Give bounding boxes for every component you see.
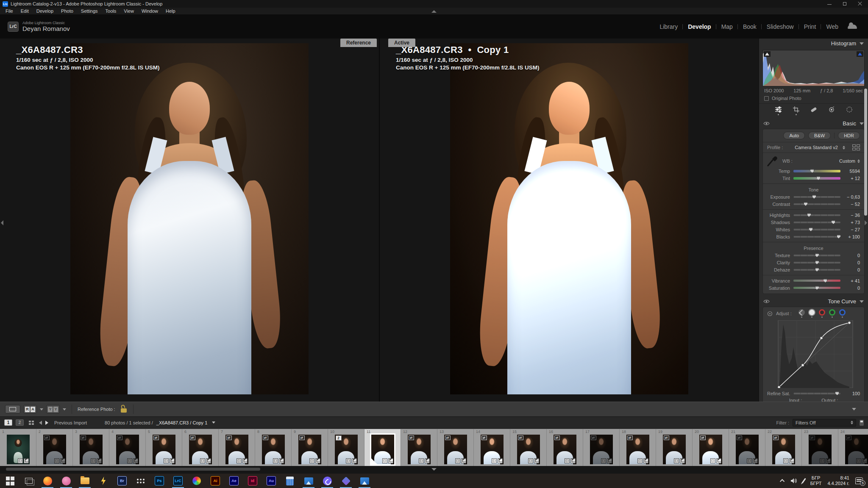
filmstrip-cell[interactable]: 18⇄ <box>620 429 656 466</box>
crop-badge-icon[interactable] <box>346 458 351 463</box>
filmstrip-cell[interactable]: 8⇄ <box>255 429 292 466</box>
slider-value[interactable]: 0 <box>840 253 860 258</box>
toolbar-options-caret-icon[interactable] <box>852 408 856 410</box>
adjustments-badge-icon[interactable] <box>315 458 320 463</box>
hdr-button[interactable]: HDR <box>838 132 860 139</box>
thumbnail-image[interactable]: ⇄ <box>626 435 649 464</box>
filmstrip-cell[interactable]: 23⇄ <box>802 429 838 466</box>
before-after-view-button[interactable]: YY <box>46 405 60 413</box>
module-slideshow[interactable]: Slideshow <box>762 23 799 30</box>
green-channel-button[interactable] <box>829 309 835 318</box>
filmstrip-cell[interactable]: 9⇄ <box>292 429 328 466</box>
menu-item-view[interactable]: View <box>120 8 138 14</box>
wb-spinner-icon[interactable] <box>857 159 860 163</box>
crop-badge-icon[interactable] <box>492 458 497 463</box>
slider-value[interactable]: 0 <box>840 267 860 272</box>
wb-eyedropper-icon[interactable] <box>767 155 778 166</box>
menu-item-tools[interactable]: Tools <box>102 8 120 14</box>
active-tab[interactable]: Active <box>388 39 415 47</box>
adjustments-badge-icon[interactable] <box>716 458 721 463</box>
adjustments-badge-icon[interactable] <box>826 458 831 463</box>
wb-value[interactable]: Custom <box>839 158 855 164</box>
module-book[interactable]: Book <box>738 23 762 30</box>
tray-chevron-up-icon[interactable] <box>780 479 785 484</box>
slider-value[interactable]: + 73 <box>840 220 860 225</box>
go-forward-icon[interactable] <box>45 421 48 425</box>
slider-thumb[interactable] <box>815 253 819 257</box>
thumbnail-image[interactable] <box>371 435 394 464</box>
slider-track[interactable] <box>793 203 840 205</box>
slider-thumb[interactable] <box>831 220 835 224</box>
stack-count-badge[interactable]: 2 <box>336 435 342 441</box>
parametric-curve-button[interactable] <box>798 309 805 318</box>
go-back-icon[interactable] <box>39 421 42 425</box>
maximize-icon[interactable] <box>843 2 847 6</box>
reference-tab[interactable]: Reference <box>340 39 377 47</box>
original-photo-checkbox[interactable] <box>764 96 769 101</box>
adjustments-badge-icon[interactable] <box>388 458 393 463</box>
thumbnail-image[interactable]: ⇄ <box>43 435 66 464</box>
cloud-sync-icon[interactable] <box>848 25 857 29</box>
thumbnail-image[interactable]: ⇄ <box>481 435 504 464</box>
yy-view-caret-icon[interactable] <box>63 408 66 410</box>
slider-thumb[interactable] <box>815 286 819 290</box>
thumbnail-image[interactable]: ⇄ <box>262 435 285 464</box>
crop-badge-icon[interactable] <box>236 458 242 463</box>
profile-browser-icon[interactable] <box>852 144 860 150</box>
thumbnail-image[interactable]: ⇄ <box>189 435 212 464</box>
thumbnail-image[interactable]: ⇄ <box>736 435 759 464</box>
module-develop[interactable]: Develop <box>683 23 716 30</box>
crop-tool[interactable] <box>793 106 799 115</box>
adjustments-badge-icon[interactable] <box>789 458 794 463</box>
adjustments-badge-icon[interactable] <box>425 458 430 463</box>
taskbar-photos-2-icon[interactable] <box>355 474 374 488</box>
filmstrip-cell[interactable]: 3⇄ <box>73 429 109 466</box>
slider-value[interactable]: − 27 <box>840 227 860 232</box>
tone-curve-display[interactable] <box>774 320 858 389</box>
crop-badge-icon[interactable] <box>419 458 424 463</box>
crop-badge-icon[interactable] <box>674 458 679 463</box>
filmstrip-cell[interactable]: 22⇄ <box>765 429 802 466</box>
point-curve-button[interactable] <box>809 309 815 318</box>
slider-track[interactable] <box>793 222 840 223</box>
filmstrip-cell[interactable]: 20⇄ <box>693 429 729 466</box>
slider-value[interactable]: − 52 <box>840 202 860 207</box>
menu-item-window[interactable]: Window <box>138 8 162 14</box>
slider-track[interactable] <box>793 255 840 256</box>
thumbnail-image[interactable]: ⇄ <box>809 435 832 464</box>
crop-badge-icon[interactable] <box>747 458 752 463</box>
thumbnail-image[interactable]: ⇄ <box>699 435 722 464</box>
adjustments-badge-icon[interactable] <box>242 458 248 463</box>
slider-track[interactable] <box>793 269 840 271</box>
adjustments-badge-icon[interactable] <box>352 458 357 463</box>
slider-track[interactable] <box>793 214 840 216</box>
adjustments-badge-icon[interactable] <box>753 458 758 463</box>
filmstrip-source-caret-icon[interactable] <box>212 421 215 424</box>
active-photo-image[interactable] <box>450 43 688 394</box>
filmstrip-cell[interactable]: 4⇄ <box>109 429 146 466</box>
left-panel-expand-icon[interactable] <box>1 220 3 225</box>
red-eye-tool[interactable] <box>828 106 835 115</box>
clock[interactable]: 8:414.4.2024 г. <box>827 475 849 486</box>
taskbar-firefox-icon[interactable] <box>38 474 57 488</box>
panel-scrollbar[interactable] <box>864 89 867 216</box>
slider-thumb[interactable] <box>810 169 814 173</box>
crop-badge-icon[interactable] <box>455 458 460 463</box>
grid-view-icon[interactable] <box>29 421 34 425</box>
taskbar-snipping-tool-icon[interactable] <box>57 474 75 488</box>
highlight-clipping-icon[interactable] <box>857 51 863 57</box>
taskbar-media-player-icon[interactable] <box>94 474 113 488</box>
slider-thumb[interactable] <box>816 176 821 180</box>
slider-value[interactable]: + 41 <box>840 278 860 283</box>
taskbar-start-icon[interactable] <box>1 474 19 488</box>
slider-thumb[interactable] <box>815 268 819 272</box>
adjustments-badge-icon[interactable] <box>570 458 576 463</box>
taskbar-viber-icon[interactable] <box>318 474 337 488</box>
adjustments-badge-icon[interactable] <box>97 458 102 463</box>
slider-value[interactable]: 5594 <box>840 169 860 174</box>
crop-badge-icon[interactable] <box>91 458 96 463</box>
crop-badge-icon[interactable] <box>710 458 715 463</box>
thumbnail-image[interactable]: ⇄ <box>845 435 868 464</box>
slider-track[interactable] <box>793 177 840 180</box>
thumbnail-image[interactable] <box>7 435 30 464</box>
